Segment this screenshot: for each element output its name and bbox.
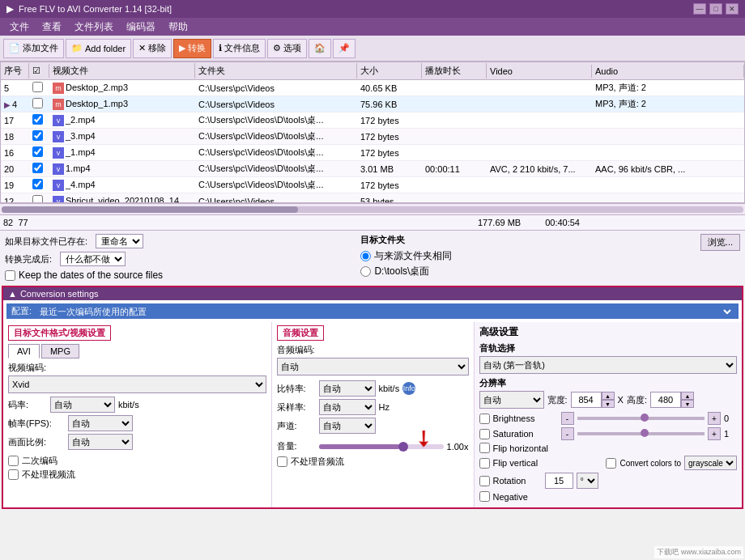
radio-custom[interactable] <box>360 266 371 277</box>
brightness-minus[interactable]: - <box>561 412 574 425</box>
resolution-select[interactable]: 自动 <box>479 391 544 409</box>
config-select[interactable]: 最近一次编码所使用的配置 <box>36 306 734 317</box>
table-row[interactable]: 17 v_2.mp4 C:\Users\pc\Videos\D\tools\桌.… <box>1 112 744 129</box>
remove-button[interactable]: ✕ 移除 <box>133 39 172 58</box>
tab-avi[interactable]: AVI <box>8 344 40 358</box>
row-check[interactable] <box>29 194 49 203</box>
options-button[interactable]: ⚙ 选项 <box>267 39 307 58</box>
file-info-button[interactable]: ℹ 文件信息 <box>213 39 266 58</box>
col-header-duration: 播放时长 <box>422 63 487 78</box>
brightness-value: 0 <box>724 414 737 423</box>
close-button[interactable]: ✕ <box>726 3 739 15</box>
summary-row: 82 77 177.69 MB 00:40:54 <box>0 214 745 231</box>
no-video-checkbox[interactable] <box>8 469 19 480</box>
convert-button[interactable]: ▶ 转换 <box>173 39 211 58</box>
saturation-minus[interactable]: - <box>561 427 574 440</box>
height-down[interactable]: ▼ <box>681 400 694 408</box>
video-codec-select[interactable]: Xvid <box>8 375 266 393</box>
row-folder: C:\Users\pc\Videos\D\tools\桌... <box>195 129 357 143</box>
audio-bitrate-select[interactable]: 自动 <box>319 380 376 397</box>
options-icon: ⚙ <box>273 43 281 53</box>
row-check[interactable] <box>29 113 49 127</box>
width-up[interactable]: ▲ <box>602 392 615 400</box>
horizontal-scrollbar[interactable] <box>0 203 745 214</box>
height-input[interactable] <box>650 392 681 408</box>
table-row[interactable]: 19 v_4.mp4 C:\Users\pc\Videos\D\tools\桌.… <box>1 177 744 193</box>
menu-file[interactable]: 文件 <box>3 19 36 36</box>
menu-encoder[interactable]: 编码器 <box>120 19 162 36</box>
flip-v-checkbox[interactable] <box>479 458 490 469</box>
radio-same[interactable] <box>360 251 371 261</box>
info-icon: ℹ <box>219 43 222 53</box>
row-folder: C:\Users\pc\Videos\D\tools\桌... <box>195 113 357 127</box>
app-title: Free FLV to AVI Converter 1.14 [32-bit] <box>19 4 172 14</box>
audio-codec-select[interactable]: 自动 <box>277 358 469 375</box>
table-row[interactable]: 18 v_3.mp4 C:\Users\pc\Videos\D\tools\桌.… <box>1 129 744 145</box>
saturation-plus[interactable]: + <box>708 427 721 440</box>
table-row[interactable]: 20 v1.mp4 C:\Users\pc\Videos\D\tools\桌..… <box>1 161 744 177</box>
convert-colors-checkbox[interactable] <box>606 458 616 469</box>
table-row[interactable]: ▶4 mDesktop_1.mp3 C:\Users\pc\Videos 75.… <box>1 96 744 112</box>
row-check[interactable] <box>29 162 49 176</box>
video-section-title: 目标文件格式/视频设置 <box>8 325 111 341</box>
row-num: 12 <box>1 196 29 204</box>
table-row[interactable]: 5 mDesktop_2.mp3 C:\Users\pc\Videos 40.6… <box>1 80 744 96</box>
menu-help[interactable]: 帮助 <box>162 19 194 36</box>
height-spinbox[interactable]: ▲ ▼ <box>650 392 694 408</box>
collapse-icon[interactable]: ▲ <box>8 289 17 299</box>
browse-button[interactable]: 浏览... <box>700 234 740 251</box>
flip-h-checkbox[interactable] <box>479 443 490 453</box>
rotation-checkbox[interactable] <box>479 476 490 486</box>
bitrate-select[interactable]: 自动 <box>50 397 115 413</box>
after-convert-select[interactable]: 什么都不做 关机 休眠 <box>60 252 126 266</box>
row-check[interactable] <box>29 146 49 159</box>
row-check[interactable] <box>29 97 49 111</box>
row-check[interactable] <box>29 129 49 143</box>
two-pass-checkbox[interactable] <box>8 456 19 466</box>
brightness-checkbox[interactable] <box>479 414 490 424</box>
menu-filelist[interactable]: 文件列表 <box>68 19 120 36</box>
title-bar-controls: — □ ✕ <box>693 3 739 15</box>
channels-select[interactable]: 自动 <box>319 418 376 434</box>
row-check[interactable] <box>29 81 49 95</box>
width-input[interactable] <box>571 392 602 408</box>
width-spinner[interactable]: ▲ ▼ <box>602 392 615 408</box>
after-convert-label: 转换完成后: <box>5 253 52 265</box>
rotation-input[interactable] <box>545 473 573 489</box>
menu-view[interactable]: 查看 <box>36 19 68 36</box>
row-size: 172 bytes <box>357 115 422 126</box>
no-audio-checkbox[interactable] <box>277 456 287 467</box>
row-check[interactable] <box>29 178 49 192</box>
if-exists-select[interactable]: 重命名 覆盖 跳过 <box>96 234 143 248</box>
add-folder-button[interactable]: 📁 Add folder <box>66 39 131 58</box>
aspect-select[interactable]: 自动 <box>68 434 133 450</box>
home-button[interactable]: 🏠 <box>309 39 331 58</box>
info-button[interactable]: Info <box>402 382 415 395</box>
width-spinbox[interactable]: ▲ ▼ <box>571 392 615 408</box>
negative-checkbox[interactable] <box>479 491 490 502</box>
add-file-button[interactable]: 📄 添加文件 <box>3 39 64 58</box>
audio-section-title: 音频设置 <box>277 325 324 341</box>
minimize-button[interactable]: — <box>693 3 706 15</box>
tab-mpg[interactable]: MPG <box>41 344 79 358</box>
pin-button[interactable]: 📌 <box>333 39 355 58</box>
keep-dates-checkbox[interactable] <box>5 270 15 281</box>
height-spinner[interactable]: ▲ ▼ <box>681 392 694 408</box>
convert-colors-select[interactable]: grayscale <box>684 456 737 470</box>
brightness-plus[interactable]: + <box>708 412 721 425</box>
height-up[interactable]: ▲ <box>681 392 694 400</box>
width-down[interactable]: ▼ <box>602 400 615 408</box>
table-row[interactable]: 12 vShricut_video_20210108_142817_893.mp… <box>1 193 744 203</box>
row-size: 53 bytes <box>357 196 422 204</box>
maximize-button[interactable]: □ <box>709 3 722 15</box>
fps-select[interactable]: 自动 <box>68 415 133 431</box>
bitrate-label: 码率: <box>8 399 47 411</box>
row-size: 172 bytes <box>357 131 422 142</box>
table-row[interactable]: 16 v_1.mp4 C:\Users\pc\Videos\D\tools\桌.… <box>1 145 744 161</box>
sample-rate-select[interactable]: 自动 <box>319 399 376 415</box>
rotation-unit-select[interactable]: ° <box>577 473 598 489</box>
saturation-checkbox[interactable] <box>479 429 490 439</box>
video-settings-panel: 目标文件格式/视频设置 AVI MPG 视频编码: Xvid 码率: 自动 kb… <box>3 322 272 507</box>
audio-track-select[interactable]: 自动 (第一音轨) <box>479 356 738 374</box>
col-header-num: 序号 <box>1 63 29 78</box>
